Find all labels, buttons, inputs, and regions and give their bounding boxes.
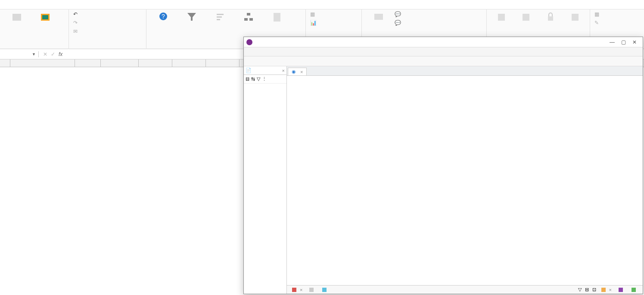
new-icon bbox=[520, 11, 532, 23]
sea-tab[interactable]: × bbox=[598, 287, 615, 292]
col-F[interactable] bbox=[206, 59, 240, 67]
messages-button[interactable]: ✉ bbox=[72, 28, 143, 36]
joblog-tab[interactable] bbox=[319, 288, 332, 292]
calc-icon bbox=[271, 11, 283, 23]
bottom-max-icon[interactable]: ⊡ bbox=[592, 287, 596, 292]
namebox-dropdown-icon[interactable]: ▼ bbox=[32, 52, 36, 56]
col-C[interactable] bbox=[101, 59, 139, 67]
group-label-actions bbox=[72, 47, 143, 49]
dict-tab[interactable] bbox=[628, 288, 641, 292]
cells-button[interactable] bbox=[538, 10, 563, 25]
sort-icon bbox=[214, 11, 226, 23]
prompts-icon: ? bbox=[157, 11, 169, 23]
editor-tab-icon: ◉ bbox=[292, 69, 296, 75]
workstatus-icon bbox=[569, 11, 581, 23]
close-button[interactable]: ✕ bbox=[629, 39, 640, 45]
name-box[interactable]: ▼ bbox=[0, 51, 39, 57]
col-E[interactable] bbox=[172, 59, 206, 67]
svg-rect-10 bbox=[249, 18, 253, 21]
bottom-min-icon[interactable]: ⊟ bbox=[585, 287, 589, 292]
explorer-close-icon[interactable]: × bbox=[282, 68, 285, 73]
comment-new-button[interactable]: 💬 bbox=[393, 10, 479, 19]
undo-button[interactable]: ↶ bbox=[72, 10, 143, 19]
comments-button[interactable] bbox=[364, 10, 393, 28]
workstatus-button[interactable] bbox=[563, 10, 587, 25]
svg-text:?: ? bbox=[162, 13, 165, 20]
fx-icon[interactable]: fx bbox=[59, 51, 62, 57]
svg-rect-11 bbox=[274, 13, 280, 22]
svg-rect-0 bbox=[12, 14, 21, 21]
plan-icon bbox=[495, 11, 507, 23]
col-B[interactable] bbox=[75, 59, 101, 67]
elements-button[interactable]: ▦ bbox=[308, 10, 369, 19]
sort-button[interactable] bbox=[206, 10, 234, 25]
plan-button[interactable] bbox=[489, 10, 514, 25]
svg-rect-8 bbox=[247, 13, 250, 16]
svg-rect-13 bbox=[498, 14, 505, 21]
collapse-icon[interactable]: ⊟ bbox=[246, 76, 249, 82]
joblog-icon bbox=[322, 288, 327, 292]
svg-rect-14 bbox=[523, 14, 529, 21]
svg-rect-7 bbox=[217, 19, 220, 20]
pencil-icon: ✎ bbox=[594, 20, 601, 27]
dict-icon bbox=[632, 288, 636, 292]
eclipse-toolbar bbox=[244, 56, 643, 66]
code-editor[interactable] bbox=[287, 76, 643, 285]
explorer-tab-icon: 📄 bbox=[246, 68, 252, 73]
comment-delete-icon: 💬 bbox=[395, 20, 401, 27]
new-button[interactable] bbox=[514, 10, 538, 25]
comment-new-icon: 💬 bbox=[395, 11, 401, 18]
col-A[interactable] bbox=[10, 59, 75, 67]
search-icon bbox=[601, 288, 606, 292]
eclipse-titlebar[interactable]: — ▢ ✕ bbox=[244, 37, 643, 47]
svg-rect-6 bbox=[217, 16, 222, 18]
history-tab[interactable] bbox=[306, 288, 319, 292]
minimize-button[interactable]: — bbox=[607, 39, 618, 45]
bottom-filter-icon[interactable]: ▽ bbox=[578, 287, 582, 292]
link-icon[interactable]: ⇆ bbox=[251, 76, 255, 82]
keyfigures-icon: 📊 bbox=[310, 20, 317, 27]
elements-icon: ▦ bbox=[310, 11, 317, 18]
editor-tab[interactable]: ◉ × bbox=[288, 68, 307, 75]
aba-tab[interactable] bbox=[615, 288, 628, 292]
abap-icon bbox=[619, 288, 623, 292]
select-all-corner[interactable] bbox=[0, 59, 10, 67]
confirm-icon[interactable]: ✓ bbox=[51, 51, 55, 57]
calc-button[interactable] bbox=[263, 10, 291, 25]
refresh-all-button[interactable] bbox=[31, 10, 59, 25]
filter-button[interactable] bbox=[177, 10, 206, 25]
change-button[interactable]: ✎ bbox=[593, 19, 632, 28]
editor-tab-close-icon[interactable]: × bbox=[300, 69, 303, 75]
cancel-icon[interactable]: ✕ bbox=[43, 51, 47, 57]
comments-icon bbox=[373, 11, 385, 23]
col-D[interactable] bbox=[139, 59, 172, 67]
redo-button[interactable]: ↷ bbox=[72, 19, 143, 28]
redo-icon: ↷ bbox=[73, 20, 80, 27]
comment-delete-button[interactable]: 💬 bbox=[393, 19, 479, 28]
messages-icon: ✉ bbox=[73, 28, 80, 35]
svg-rect-5 bbox=[217, 14, 224, 15]
svg-rect-2 bbox=[42, 15, 48, 19]
problems-tab[interactable]: × bbox=[289, 287, 306, 292]
show-button[interactable]: ▦ bbox=[593, 10, 632, 19]
bottom-tabs: × ▽ ⊟ ⊡ × bbox=[287, 285, 643, 294]
prompts-button[interactable]: ? bbox=[149, 10, 177, 25]
name-box-input[interactable] bbox=[3, 51, 24, 57]
hierarchy-button[interactable] bbox=[234, 10, 263, 25]
filter-tree-icon[interactable]: ▽ bbox=[257, 76, 260, 82]
maximize-button[interactable]: ▢ bbox=[618, 39, 629, 45]
keyfigures-button[interactable]: 📊 bbox=[308, 19, 369, 28]
hierarchy-icon bbox=[243, 11, 255, 23]
menu-icon[interactable]: ⋮ bbox=[262, 76, 267, 82]
undo-icon: ↶ bbox=[73, 11, 80, 18]
group-label-datasource bbox=[3, 47, 66, 49]
svg-rect-9 bbox=[244, 18, 248, 21]
explorer-tree[interactable] bbox=[244, 84, 286, 294]
cube-icon bbox=[11, 11, 23, 23]
formula-input[interactable] bbox=[64, 51, 219, 57]
insert-datasource-button[interactable] bbox=[3, 10, 31, 25]
excel-menubar bbox=[0, 0, 644, 9]
eclipse-icon bbox=[246, 39, 252, 45]
tab-close-icon[interactable]: × bbox=[300, 287, 302, 292]
svg-rect-15 bbox=[548, 16, 553, 21]
